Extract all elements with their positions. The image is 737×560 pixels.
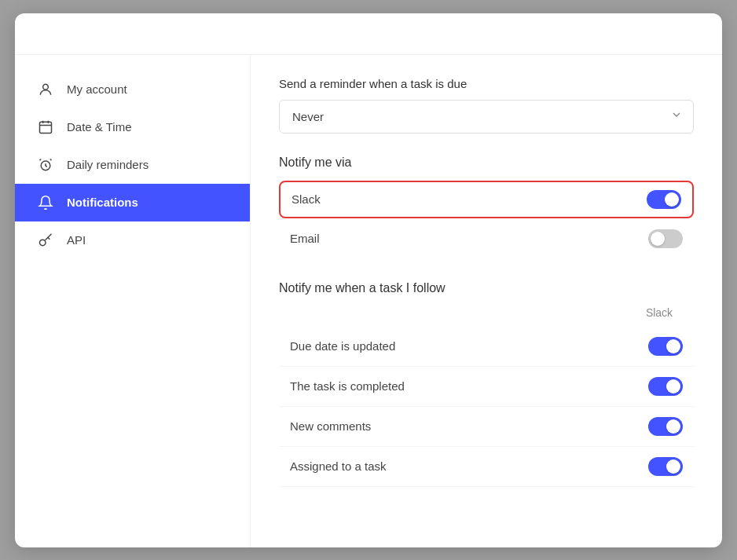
task-row-label-due-date-updated: Due date is updated: [290, 339, 395, 353]
sidebar-item-label-daily-reminders: Daily reminders: [67, 158, 148, 171]
task-row-toggles-task-completed: [648, 377, 683, 396]
task-row-label-assigned-to-task: Assigned to a task: [290, 459, 387, 473]
task-toggle-new-comments[interactable]: [648, 417, 683, 436]
task-row-toggles-new-comments: [648, 417, 683, 436]
task-row-task-completed: The task is completed: [279, 367, 694, 407]
task-toggle-slider-new-comments: [648, 417, 683, 436]
sidebar-item-label-my-account: My account: [67, 82, 127, 96]
notify-via-row-email: Email: [279, 221, 694, 256]
bell-icon: [37, 194, 54, 211]
notify-via-label-email: Email: [290, 232, 320, 245]
task-toggle-task-completed[interactable]: [648, 377, 683, 396]
toggle-slack[interactable]: [647, 190, 681, 209]
reminder-select[interactable]: Never5 minutes before15 minutes before30…: [279, 100, 694, 134]
alarm-icon: [37, 156, 54, 174]
sidebar-item-label-date-time: Date & Time: [67, 120, 132, 134]
toggle-slider-email: [648, 229, 683, 248]
task-row-toggles-due-date-updated: [648, 337, 683, 356]
task-col-slack-header: Slack: [636, 306, 683, 319]
content-area: Send a reminder when a task is dueNever5…: [251, 55, 722, 547]
reminder-select-wrapper: Never5 minutes before15 minutes before30…: [279, 100, 694, 134]
task-row-label-new-comments: New comments: [290, 419, 371, 433]
modal-header: [15, 13, 722, 55]
notify-task-section: Notify me when a task I followSlackDue d…: [279, 281, 694, 487]
task-toggle-slider-due-date-updated: [648, 337, 683, 356]
task-toggle-slider-task-completed: [648, 377, 683, 396]
task-row-new-comments: New comments: [279, 407, 694, 447]
notify-via-label: Notify me via: [279, 156, 694, 170]
sidebar-item-label-notifications: Notifications: [67, 196, 138, 209]
person-icon: [37, 81, 54, 98]
key-icon: [37, 232, 54, 249]
calendar-icon: [37, 119, 54, 136]
task-table-header: Slack: [279, 306, 694, 319]
svg-rect-1: [40, 122, 52, 133]
sidebar-item-my-account[interactable]: My account: [15, 71, 250, 108]
preferences-modal: My accountDate & TimeDaily remindersNoti…: [15, 13, 722, 547]
sidebar-item-date-time[interactable]: Date & Time: [15, 108, 250, 146]
notify-via-label-slack: Slack: [292, 192, 321, 206]
task-row-label-task-completed: The task is completed: [290, 379, 405, 393]
reminder-label: Send a reminder when a task is due: [279, 77, 694, 90]
svg-point-0: [43, 84, 49, 90]
task-toggle-assigned-to-task[interactable]: [648, 457, 683, 476]
sidebar-item-daily-reminders[interactable]: Daily reminders: [15, 146, 250, 184]
sidebar-item-label-api: API: [67, 233, 86, 247]
task-toggle-slider-assigned-to-task: [648, 457, 683, 476]
task-toggle-due-date-updated[interactable]: [648, 337, 683, 356]
task-row-toggles-assigned-to-task: [648, 457, 683, 476]
sidebar-item-notifications[interactable]: Notifications: [15, 184, 250, 221]
svg-point-6: [40, 240, 46, 246]
task-section-label: Notify me when a task I follow: [279, 281, 694, 295]
content-scroll: Send a reminder when a task is dueNever5…: [251, 55, 722, 547]
sidebar-item-api[interactable]: API: [15, 221, 250, 259]
toggle-slider-slack: [647, 190, 681, 209]
notify-via-section: Notify me viaSlackEmail: [279, 156, 694, 256]
sidebar: My accountDate & TimeDaily remindersNoti…: [15, 55, 251, 547]
toggle-email[interactable]: [648, 229, 683, 248]
task-row-due-date-updated: Due date is updated: [279, 327, 694, 367]
task-row-assigned-to-task: Assigned to a task: [279, 447, 694, 487]
close-button[interactable]: [684, 35, 697, 42]
notify-via-row-slack: Slack: [279, 181, 694, 218]
modal-body: My accountDate & TimeDaily remindersNoti…: [15, 55, 722, 547]
